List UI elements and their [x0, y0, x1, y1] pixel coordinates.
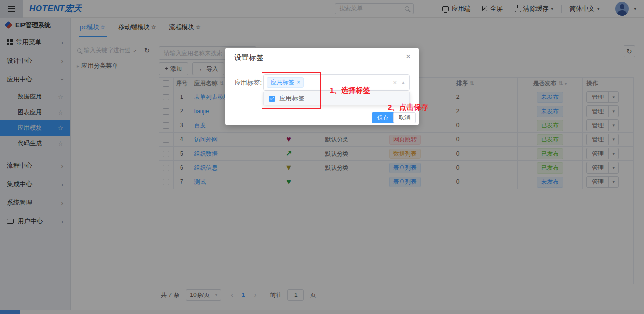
dialog-title: 设置标签 [234, 53, 263, 62]
annotation-step1: 1、选择标签 [330, 86, 370, 95]
caret-up-icon[interactable]: ▲ [402, 80, 405, 85]
modal-mask[interactable] [0, 0, 644, 314]
clear-icon[interactable]: × [393, 79, 397, 86]
annotation-highlight-box [262, 72, 321, 109]
cancel-button[interactable]: 取消 [393, 112, 416, 123]
app-window: HOTENT宏天 搜索菜单 应用端 全屏 清除缓存 ▾ 简体中文 [0, 0, 644, 314]
save-button[interactable]: 保存 [372, 112, 394, 123]
annotation-step2: 2、点击保存 [388, 103, 428, 112]
set-tag-dialog: 设置标签 × 应用标签: 应用标签 × × ▲ 应用标签 保存 取消 [225, 48, 419, 125]
close-icon[interactable]: × [406, 52, 411, 61]
tag-field-label: 应用标签: [230, 78, 262, 87]
